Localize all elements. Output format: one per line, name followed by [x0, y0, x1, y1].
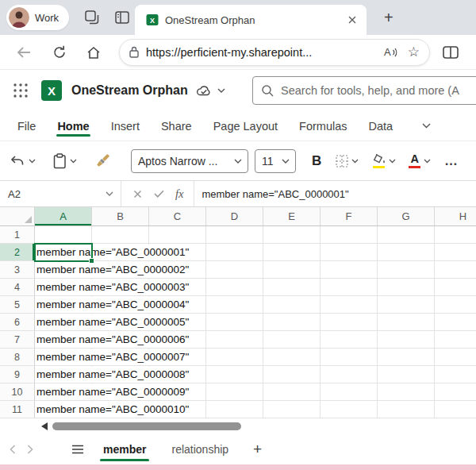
- row-header-5[interactable]: 5: [0, 296, 35, 314]
- cell-C1[interactable]: [149, 226, 206, 244]
- row-header-6[interactable]: 6: [0, 314, 35, 331]
- row-header-3[interactable]: 3: [0, 261, 35, 279]
- cell-F7[interactable]: [321, 331, 378, 349]
- row-header-11[interactable]: 11: [0, 401, 35, 418]
- cell-G6[interactable]: [378, 314, 435, 331]
- cell-F2[interactable]: [321, 244, 378, 261]
- cell-F6[interactable]: [321, 314, 378, 331]
- ribbon-collapse-chevron-icon[interactable]: [422, 123, 431, 129]
- cell-G9[interactable]: [378, 366, 435, 383]
- fill-handle[interactable]: [89, 258, 94, 264]
- cell-E7[interactable]: [263, 331, 321, 349]
- menu-item-data[interactable]: Data: [369, 111, 393, 141]
- paste-button[interactable]: [53, 153, 77, 169]
- row-header-2[interactable]: 2: [0, 244, 35, 261]
- insert-function-icon[interactable]: fx: [175, 187, 183, 201]
- cell-E8[interactable]: [263, 349, 321, 366]
- menu-item-page-layout[interactable]: Page Layout: [213, 111, 278, 141]
- cell-F9[interactable]: [321, 366, 378, 383]
- cell-H1[interactable]: [435, 226, 476, 244]
- cell-F5[interactable]: [321, 296, 378, 314]
- cell-H3[interactable]: [435, 261, 476, 279]
- column-header-d[interactable]: D: [206, 207, 263, 226]
- cell-E6[interactable]: [263, 314, 321, 331]
- split-screen-icon[interactable]: [443, 46, 459, 59]
- cell-F11[interactable]: [321, 401, 378, 418]
- cell-E2[interactable]: [263, 244, 321, 261]
- column-header-a[interactable]: A: [35, 207, 92, 226]
- cell-H6[interactable]: [435, 314, 476, 331]
- font-size-select[interactable]: 11: [255, 149, 296, 173]
- fill-color-button[interactable]: [371, 154, 396, 168]
- cell-F4[interactable]: [321, 279, 378, 296]
- sheet-tab-member[interactable]: member: [100, 434, 149, 464]
- scrollbar-thumb[interactable]: [52, 422, 241, 430]
- select-all-corner[interactable]: [0, 207, 35, 226]
- browser-tab[interactable]: X OneStream Orphan: [135, 5, 367, 35]
- row-header-8[interactable]: 8: [0, 349, 35, 366]
- cell-F3[interactable]: [321, 261, 378, 279]
- column-header-b[interactable]: B: [92, 207, 149, 226]
- cell-D10[interactable]: [206, 383, 263, 401]
- tab-close-icon[interactable]: [346, 13, 359, 26]
- add-sheet-button[interactable]: +: [249, 441, 266, 458]
- cancel-entry-icon[interactable]: [133, 190, 142, 198]
- borders-button[interactable]: [336, 155, 359, 168]
- bold-button[interactable]: B: [312, 153, 321, 169]
- cell-G7[interactable]: [378, 331, 435, 349]
- cell-D4[interactable]: [206, 279, 263, 296]
- all-sheets-menu-icon[interactable]: [71, 445, 84, 454]
- cell-F1[interactable]: [321, 226, 378, 244]
- row-header-9[interactable]: 9: [0, 366, 35, 383]
- menu-item-home[interactable]: Home: [57, 111, 89, 141]
- font-color-button[interactable]: A: [409, 153, 431, 168]
- formula-content[interactable]: member name="ABC_0000001": [202, 188, 348, 200]
- cell-G4[interactable]: [378, 279, 435, 296]
- menu-item-formulas[interactable]: Formulas: [299, 111, 347, 141]
- menu-item-file[interactable]: File: [17, 111, 36, 141]
- menu-item-insert[interactable]: Insert: [111, 111, 140, 141]
- cell-E10[interactable]: [263, 383, 321, 401]
- new-tab-button[interactable]: +: [379, 8, 398, 27]
- cell-A1[interactable]: [35, 226, 92, 244]
- cell-H7[interactable]: [435, 331, 476, 349]
- search-box[interactable]: [252, 76, 476, 105]
- cell-D2[interactable]: [206, 244, 263, 261]
- column-header-h[interactable]: H: [435, 207, 476, 226]
- row-header-7[interactable]: 7: [0, 331, 35, 349]
- read-aloud-icon[interactable]: A: [384, 47, 398, 57]
- cell-H4[interactable]: [435, 279, 476, 296]
- cell-F8[interactable]: [321, 349, 378, 366]
- undo-button[interactable]: [10, 154, 36, 168]
- cell-E3[interactable]: [263, 261, 321, 279]
- fill-color-chevron-icon[interactable]: [389, 159, 396, 164]
- row-header-4[interactable]: 4: [0, 279, 35, 296]
- cell-F10[interactable]: [321, 383, 378, 401]
- cell-D11[interactable]: [206, 401, 263, 418]
- next-sheet-icon[interactable]: [27, 445, 33, 454]
- cell-D7[interactable]: [206, 331, 263, 349]
- search-input[interactable]: [281, 84, 476, 97]
- app-launcher-icon[interactable]: [13, 83, 29, 98]
- cell-E1[interactable]: [263, 226, 321, 244]
- column-header-f[interactable]: F: [321, 207, 378, 226]
- font-color-chevron-icon[interactable]: [424, 159, 431, 164]
- cell-D6[interactable]: [206, 314, 263, 331]
- cell-B1[interactable]: [92, 226, 149, 244]
- format-painter-button[interactable]: [93, 152, 112, 170]
- ribbon-more-button[interactable]: …: [444, 153, 459, 169]
- row-header-10[interactable]: 10: [0, 383, 35, 401]
- menu-item-share[interactable]: Share: [161, 111, 192, 141]
- refresh-icon[interactable]: [52, 45, 67, 60]
- cell-H9[interactable]: [435, 366, 476, 383]
- name-box-chevron-icon[interactable]: [106, 191, 113, 196]
- back-icon[interactable]: [16, 46, 32, 59]
- cell-G10[interactable]: [378, 383, 435, 401]
- cell-H2[interactable]: [435, 244, 476, 261]
- cell-E4[interactable]: [263, 279, 321, 296]
- prev-sheet-icon[interactable]: [10, 445, 16, 454]
- url-text[interactable]: https://perficient-my.sharepoint...: [146, 46, 384, 59]
- cell-D9[interactable]: [206, 366, 263, 383]
- cell-D3[interactable]: [206, 261, 263, 279]
- cell-G8[interactable]: [378, 349, 435, 366]
